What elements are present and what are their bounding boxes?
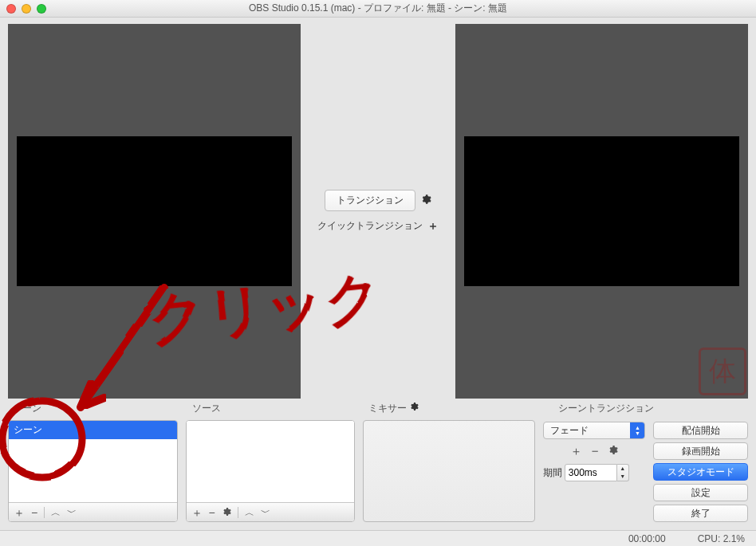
mixer-settings-icon[interactable] [409, 403, 419, 414]
window-close-button[interactable] [6, 4, 16, 14]
scenes-add-button[interactable]: ＋ [14, 507, 25, 518]
preview-area: トランジション クイックトランジション ＋ 体 [0, 18, 756, 399]
preview-pane-left[interactable] [8, 24, 301, 399]
watermark-text: 体 [709, 353, 736, 390]
scenes-move-down-button[interactable]: ﹀ [67, 507, 77, 518]
transition-duration-label: 期間 [543, 466, 562, 480]
settings-button[interactable]: 設定 [653, 484, 748, 501]
sources-move-down-button[interactable]: ﹀ [261, 507, 270, 518]
scenes-toolbar: ＋ − ︿ ﹀ [9, 502, 177, 521]
panel-headers-row: シーン ソース ミキサー シーントランジション [0, 399, 756, 417]
watermark-stamp: 体 [699, 348, 746, 395]
transition-add-button[interactable]: ＋ [570, 444, 582, 459]
scenes-remove-button[interactable]: − [31, 507, 37, 518]
exit-button[interactable]: 終了 [653, 505, 748, 522]
sources-list[interactable] [187, 421, 355, 502]
transition-duration-input[interactable] [565, 464, 617, 481]
transition-settings-icon[interactable] [420, 194, 431, 207]
preview-canvas-left [17, 136, 292, 286]
scene-transitions-panel: フェード ▲▼ ＋ − 期間 ▲▼ [543, 420, 646, 522]
scenes-panel: シーン ＋ − ︿ ﹀ [8, 420, 178, 522]
transition-settings-button[interactable] [608, 444, 618, 459]
titlebar: OBS Studio 0.15.1 (mac) - プロファイル: 無題 - シ… [0, 0, 756, 18]
scenes-list-item[interactable]: シーン [9, 421, 177, 439]
controls-column: 配信開始 録画開始 スタジオモード 設定 終了 [653, 420, 748, 522]
studio-mode-button[interactable]: スタジオモード [653, 463, 748, 481]
scenes-list[interactable]: シーン [9, 421, 177, 502]
transition-center-column: トランジション クイックトランジション ＋ [310, 24, 446, 399]
quick-transition-label: クイックトランジション [317, 219, 423, 233]
start-recording-button[interactable]: 録画開始 [653, 442, 748, 460]
start-streaming-button[interactable]: 配信開始 [653, 422, 748, 439]
window-title: OBS Studio 0.15.1 (mac) - プロファイル: 無題 - シ… [249, 2, 507, 15]
status-cpu-usage: CPU: 2.1% [698, 533, 745, 544]
status-elapsed-time: 00:00:00 [628, 533, 666, 544]
preview-canvas-right [464, 136, 739, 286]
window-zoom-button[interactable] [37, 4, 46, 14]
select-stepper-icon: ▲▼ [630, 422, 644, 438]
sources-remove-button[interactable]: − [209, 507, 215, 518]
transition-type-select[interactable]: フェード ▲▼ [543, 422, 646, 439]
window-minimize-button[interactable] [22, 4, 31, 14]
mixer-header-label: ミキサー [368, 403, 407, 414]
sources-panel-header: ソース [187, 402, 367, 415]
sources-toolbar: ＋ − ︿ ﹀ [187, 502, 355, 521]
transition-remove-button[interactable]: − [592, 444, 599, 459]
sources-add-button[interactable]: ＋ [191, 507, 203, 518]
mixer-panel[interactable] [363, 420, 535, 522]
panels-body: シーン ＋ − ︿ ﹀ ＋ − ︿ ﹀ フェード ▲▼ [0, 417, 756, 522]
transition-type-value: フェード [550, 424, 589, 438]
preview-pane-right[interactable]: 体 [455, 24, 748, 399]
quick-transition-add-icon[interactable]: ＋ [427, 219, 439, 234]
toolbar-separator [238, 507, 238, 518]
toolbar-separator [44, 507, 45, 518]
mixer-panel-header: ミキサー [367, 402, 550, 415]
sources-move-up-button[interactable]: ︿ [245, 507, 254, 518]
scene-transitions-panel-header: シーントランジション [550, 402, 748, 415]
duration-stepper[interactable]: ▲▼ [617, 464, 629, 481]
sources-panel: ＋ − ︿ ﹀ [186, 420, 356, 522]
transition-button[interactable]: トランジション [325, 190, 415, 211]
sources-settings-button[interactable] [222, 507, 231, 518]
scenes-move-up-button[interactable]: ︿ [51, 507, 61, 518]
scenes-panel-header: シーン [8, 402, 187, 415]
status-bar: 00:00:00 CPU: 2.1% [0, 530, 756, 546]
